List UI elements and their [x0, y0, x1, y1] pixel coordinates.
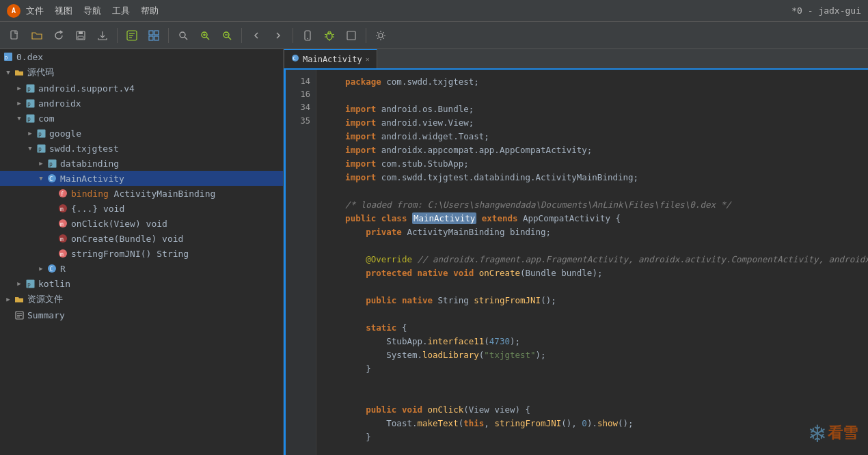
new-button[interactable]	[5, 26, 25, 45]
svg-line-20	[228, 37, 231, 40]
refresh-button[interactable]	[49, 26, 68, 45]
svg-text:p: p	[38, 146, 42, 152]
svg-rect-2	[79, 31, 83, 34]
android-support-label: android.support.v4	[38, 83, 135, 94]
svg-text:m: m	[60, 236, 64, 243]
sidebar-item-source-code[interactable]: ▼ 源代码	[0, 64, 283, 81]
content-area: C MainActivity ✕ 14	[284, 49, 868, 455]
window-title: *0 - jadx-gui	[791, 5, 861, 16]
toolbar-separator-5	[366, 28, 366, 43]
sidebar: D 0.dex ▼ 源代码 ▶ p android.support.v4 ▶ p	[0, 49, 284, 455]
sidebar-item-summary[interactable]: ▶ Summary	[0, 307, 283, 322]
tab-close-button[interactable]: ✕	[366, 55, 370, 63]
zoom-in-button[interactable]	[195, 26, 215, 45]
r-icon: C	[46, 263, 57, 274]
android-support-icon: p	[25, 83, 36, 94]
svg-text:m: m	[60, 206, 64, 212]
grid-button[interactable]	[144, 26, 163, 45]
sidebar-item-resources[interactable]: ▶ 资源文件	[0, 291, 283, 307]
tab-icon: C	[291, 54, 299, 64]
resources-arrow: ▶	[3, 294, 14, 305]
svg-text:f: f	[61, 191, 64, 197]
code-editor[interactable]: 14 16 34 35	[284, 70, 868, 455]
svg-rect-31	[347, 31, 355, 40]
sidebar-item-stringfromjni[interactable]: ▶ m stringFromJNI() String	[0, 246, 283, 261]
onclick-label: onClick(View) void	[71, 219, 167, 229]
svg-text:p: p	[27, 116, 31, 122]
back-button[interactable]	[247, 26, 266, 45]
svg-text:m: m	[60, 251, 64, 258]
oncreate-label: onCreate(Bundle) void	[71, 234, 183, 244]
zoom-out-button[interactable]	[217, 26, 236, 45]
onclick-icon: m	[57, 218, 68, 229]
databinding-label: databinding	[60, 158, 119, 169]
google-icon: p	[36, 128, 46, 139]
sidebar-item-oncreate[interactable]: ▶ m onCreate(Bundle) void	[0, 231, 283, 246]
sidebar-item-google[interactable]: ▶ p google	[0, 126, 283, 141]
svg-text:p: p	[49, 161, 53, 167]
dex-item[interactable]: D 0.dex	[0, 49, 283, 64]
sidebar-item-androidx[interactable]: ▶ p androidx	[0, 96, 283, 111]
search-button[interactable]	[174, 26, 193, 45]
toolbar-separator-1	[117, 28, 118, 43]
stop-button[interactable]	[342, 26, 361, 45]
menu-file[interactable]: 文件	[26, 5, 44, 17]
toolbar-separator-3	[241, 28, 242, 43]
tab-label: MainActivity	[303, 55, 362, 64]
menu-help[interactable]: 帮助	[141, 5, 159, 17]
r-arrow: ▶	[36, 263, 46, 274]
sidebar-item-swdd[interactable]: ▼ p swdd.txjgtest	[0, 141, 283, 156]
sidebar-item-void-block[interactable]: ▶ m {...} void	[0, 201, 283, 216]
tabs-bar: C MainActivity ✕	[284, 49, 868, 70]
void-block-icon: m	[57, 203, 68, 214]
sidebar-item-android-support[interactable]: ▶ p android.support.v4	[0, 81, 283, 96]
oncreate-icon: m	[57, 233, 68, 244]
svg-point-13	[180, 32, 185, 38]
sidebar-item-com[interactable]: ▼ p com	[0, 111, 283, 126]
svg-rect-0	[11, 31, 17, 39]
sidebar-item-r[interactable]: ▶ C R	[0, 261, 283, 276]
menu-items: 文件 视图 导航 工具 帮助	[26, 5, 159, 17]
tab-mainactivity[interactable]: C MainActivity ✕	[284, 49, 377, 68]
decompile-button[interactable]	[122, 26, 141, 45]
kotlin-label: kotlin	[38, 279, 70, 289]
forward-button[interactable]	[269, 26, 288, 45]
summary-icon	[14, 309, 25, 320]
menu-view[interactable]: 视图	[55, 5, 72, 17]
device-button[interactable]	[298, 26, 317, 45]
com-icon: p	[25, 113, 36, 124]
mainactivity-arrow: ▼	[36, 173, 46, 184]
svg-text:p: p	[27, 86, 31, 92]
sidebar-item-mainactivity[interactable]: ▼ C MainActivity	[0, 171, 283, 186]
r-label: R	[60, 264, 66, 274]
databinding-icon: p	[46, 158, 57, 169]
binding-field-icon: f	[57, 188, 68, 199]
export-button[interactable]	[93, 26, 112, 45]
svg-line-27	[332, 34, 334, 35]
svg-text:p: p	[27, 101, 31, 107]
binding-field-label: binding ActivityMainBinding	[71, 189, 215, 199]
open-button[interactable]	[27, 26, 46, 45]
svg-text:m: m	[60, 221, 64, 228]
line-numbers: 14 16 34 35	[286, 70, 316, 455]
code-content[interactable]: package com.swdd.txjgtest; import androi…	[316, 70, 868, 455]
svg-text:C: C	[293, 56, 296, 61]
resources-icon	[14, 294, 25, 305]
svg-text:C: C	[49, 176, 53, 182]
settings-button[interactable]	[371, 26, 390, 45]
svg-text:D: D	[5, 55, 8, 61]
androidx-arrow: ▶	[14, 98, 25, 109]
toolbar-separator-2	[168, 28, 169, 43]
sidebar-item-binding-field[interactable]: ▶ f binding ActivityMainBinding	[0, 186, 283, 201]
svg-point-23	[307, 38, 308, 39]
save-button[interactable]	[71, 26, 90, 45]
androidx-label: androidx	[38, 98, 81, 109]
swdd-arrow: ▼	[25, 143, 36, 154]
bug-button[interactable]	[320, 26, 339, 45]
sidebar-item-kotlin[interactable]: ▶ p kotlin	[0, 276, 283, 291]
menu-nav[interactable]: 导航	[83, 5, 101, 17]
menu-tools[interactable]: 工具	[112, 5, 130, 17]
sidebar-item-databinding[interactable]: ▶ p databinding	[0, 156, 283, 171]
sidebar-item-onclick[interactable]: ▶ m onClick(View) void	[0, 216, 283, 231]
androidx-icon: p	[25, 98, 36, 109]
